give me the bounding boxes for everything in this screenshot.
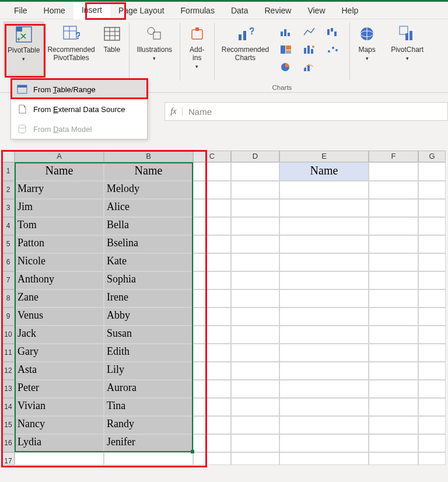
cell-F10[interactable]	[369, 326, 418, 344]
tab-help[interactable]: Help	[334, 2, 367, 19]
cell-D14[interactable]	[231, 398, 279, 416]
cell-G3[interactable]	[418, 199, 446, 217]
cell-G6[interactable]	[418, 253, 446, 271]
cell-E17[interactable]	[279, 452, 369, 465]
cell-D17[interactable]	[231, 452, 279, 465]
cell-D2[interactable]	[231, 181, 279, 199]
row-header[interactable]: 6	[2, 253, 15, 271]
cell-C12[interactable]	[193, 362, 231, 380]
cell-D10[interactable]	[231, 326, 279, 344]
cell-F16[interactable]	[369, 434, 418, 452]
cell-C3[interactable]	[193, 199, 231, 217]
cell-B12[interactable]: Lily	[104, 362, 193, 380]
cell-C17[interactable]	[193, 452, 231, 465]
chart-waterfall-icon[interactable]	[321, 24, 344, 40]
cell-E2[interactable]	[279, 181, 369, 199]
cell-A16[interactable]: Lydia	[15, 434, 104, 452]
cell-B15[interactable]: Randy	[104, 416, 193, 434]
cell-F15[interactable]	[369, 416, 418, 434]
chart-line-icon[interactable]	[298, 24, 320, 40]
cell-A15[interactable]: Nancy	[15, 416, 104, 434]
cell-E13[interactable]	[279, 380, 369, 398]
cell-C7[interactable]	[193, 271, 231, 289]
recommended-charts-button[interactable]: ? RecommendedCharts	[218, 22, 272, 75]
cell-A7[interactable]: Anthony	[15, 271, 104, 289]
cell-C16[interactable]	[193, 434, 231, 452]
cell-D13[interactable]	[231, 380, 279, 398]
row-header[interactable]: 8	[2, 289, 15, 308]
menu-from-table-range[interactable]: From Table/Range	[11, 79, 147, 99]
cell-C8[interactable]	[193, 289, 231, 308]
cell-F6[interactable]	[369, 253, 418, 271]
cell-F8[interactable]	[369, 289, 418, 308]
cell-F9[interactable]	[369, 308, 418, 326]
cell-A11[interactable]: Gary	[15, 344, 104, 362]
formula-bar[interactable]: fx Name	[164, 102, 448, 121]
row-header[interactable]: 15	[2, 416, 15, 434]
row-header[interactable]: 2	[2, 181, 15, 199]
cell-C10[interactable]	[193, 326, 231, 344]
row-header[interactable]: 3	[2, 199, 15, 217]
cell-E10[interactable]	[279, 326, 369, 344]
tab-home[interactable]: Home	[36, 2, 74, 19]
addins-button[interactable]: Add-ins ▾	[184, 22, 211, 75]
cell-B11[interactable]: Edith	[104, 344, 193, 362]
cell-B1[interactable]: Name	[104, 162, 193, 181]
row-header[interactable]: 17	[2, 452, 15, 465]
cell-C9[interactable]	[193, 308, 231, 326]
menu-from-external-data[interactable]: From External Data Source	[11, 99, 147, 119]
cell-A6[interactable]: Nicole	[15, 253, 104, 271]
cell-G7[interactable]	[418, 271, 446, 289]
row-header[interactable]: 5	[2, 235, 15, 253]
cell-G2[interactable]	[418, 181, 446, 199]
cell-B8[interactable]: Irene	[104, 289, 193, 308]
cell-G17[interactable]	[418, 452, 446, 465]
cell-C2[interactable]	[193, 181, 231, 199]
recommended-pivottables-button[interactable]: ? RecommendedPivotTables	[44, 22, 98, 75]
cell-G16[interactable]	[418, 434, 446, 452]
chart-combo-icon[interactable]	[298, 59, 320, 75]
cell-C6[interactable]	[193, 253, 231, 271]
col-header-B[interactable]: B	[104, 151, 193, 162]
row-header[interactable]: 7	[2, 271, 15, 289]
row-header[interactable]: 9	[2, 308, 15, 326]
cell-B17[interactable]	[104, 452, 193, 465]
tab-pagelayout[interactable]: Page Layout	[110, 2, 173, 19]
cell-D9[interactable]	[231, 308, 279, 326]
row-header[interactable]: 10	[2, 326, 15, 344]
cell-G9[interactable]	[418, 308, 446, 326]
cell-C4[interactable]	[193, 217, 231, 235]
tab-review[interactable]: Review	[257, 2, 300, 19]
cell-D4[interactable]	[231, 217, 279, 235]
cell-B9[interactable]: Abby	[104, 308, 193, 326]
cell-B16[interactable]: Jenifer	[104, 434, 193, 452]
cell-A13[interactable]: Peter	[15, 380, 104, 398]
pivotchart-button[interactable]: PivotChart ▾	[387, 22, 427, 75]
col-header-E[interactable]: E	[279, 151, 369, 162]
cell-E12[interactable]	[279, 362, 369, 380]
cell-C14[interactable]	[193, 398, 231, 416]
cell-D8[interactable]	[231, 289, 279, 308]
cell-G1[interactable]	[418, 162, 446, 181]
cell-E16[interactable]	[279, 434, 369, 452]
cell-F12[interactable]	[369, 362, 418, 380]
cell-F14[interactable]	[369, 398, 418, 416]
cell-G14[interactable]	[418, 398, 446, 416]
cell-B13[interactable]: Aurora	[104, 380, 193, 398]
col-header-D[interactable]: D	[231, 151, 279, 162]
cell-F5[interactable]	[369, 235, 418, 253]
worksheet-grid[interactable]: A B C D E F G 1NameNameName2MarryMelody3…	[2, 151, 448, 465]
select-all-corner[interactable]	[2, 151, 15, 162]
cell-A17[interactable]	[15, 452, 104, 465]
cell-G5[interactable]	[418, 235, 446, 253]
cell-F1[interactable]	[369, 162, 418, 181]
chart-pie-icon[interactable]	[275, 59, 297, 75]
cell-C13[interactable]	[193, 380, 231, 398]
illustrations-button[interactable]: Illustrations ▾	[133, 22, 176, 75]
row-header[interactable]: 11	[2, 344, 15, 362]
cell-B3[interactable]: Alice	[104, 199, 193, 217]
cell-B5[interactable]: Bselina	[104, 235, 193, 253]
cell-A14[interactable]: Vivian	[15, 398, 104, 416]
cell-E1[interactable]: Name	[279, 162, 369, 181]
cell-E14[interactable]	[279, 398, 369, 416]
